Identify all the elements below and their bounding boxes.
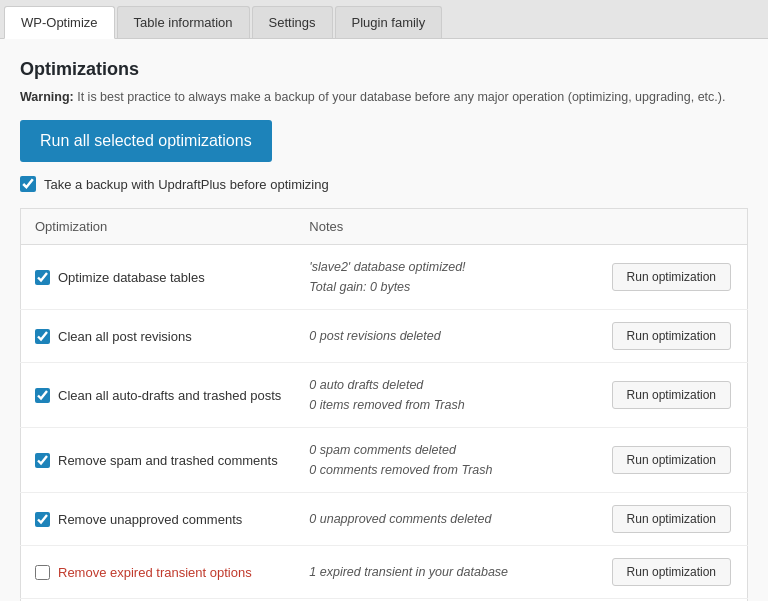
opt-name-cell-opt-2: Clean all post revisions (35, 329, 281, 344)
opt-notes-opt-5: 0 unapproved comments deleted (309, 509, 583, 529)
run-optimization-button-opt-5[interactable]: Run optimization (612, 505, 731, 533)
warning-body: It is best practice to always make a bac… (77, 90, 725, 104)
opt-label-opt-5: Remove unapproved comments (58, 512, 242, 527)
opt-label-opt-3: Clean all auto-drafts and trashed posts (58, 388, 281, 403)
opt-notes-opt-2: 0 post revisions deleted (309, 326, 583, 346)
table-row: Clean all auto-drafts and trashed posts0… (21, 363, 748, 428)
opt-name-cell-opt-1: Optimize database tables (35, 270, 281, 285)
opt-notes-opt-1: 'slave2' database optimized!Total gain: … (309, 257, 583, 297)
col-header-notes: Notes (295, 209, 597, 245)
backup-checkbox[interactable] (20, 176, 36, 192)
col-header-action (598, 209, 748, 245)
table-row: Remove expired transient options1 expire… (21, 546, 748, 599)
opt-name-cell-opt-5: Remove unapproved comments (35, 512, 281, 527)
opt-label-opt-1: Optimize database tables (58, 270, 205, 285)
opt-label-opt-4: Remove spam and trashed comments (58, 453, 278, 468)
backup-checkbox-row: Take a backup with UpdraftPlus before op… (20, 176, 748, 192)
table-header-row: Optimization Notes (21, 209, 748, 245)
warning-bold: Warning: (20, 90, 74, 104)
run-optimization-button-opt-3[interactable]: Run optimization (612, 381, 731, 409)
run-optimization-button-opt-6[interactable]: Run optimization (612, 558, 731, 586)
opt-checkbox-opt-1[interactable] (35, 270, 50, 285)
opt-checkbox-opt-4[interactable] (35, 453, 50, 468)
section-title: Optimizations (20, 59, 748, 80)
table-row: Clean all post revisions0 post revisions… (21, 310, 748, 363)
opt-label-opt-2: Clean all post revisions (58, 329, 192, 344)
opt-notes-opt-6: 1 expired transient in your database (309, 562, 583, 582)
tab-settings[interactable]: Settings (252, 6, 333, 38)
tab-wp-optimize[interactable]: WP-Optimize (4, 6, 115, 39)
opt-label-opt-6: Remove expired transient options (58, 565, 252, 580)
table-row: Remove spam and trashed comments0 spam c… (21, 428, 748, 493)
tab-bar: WP-OptimizeTable informationSettingsPlug… (0, 0, 768, 39)
run-optimization-button-opt-1[interactable]: Run optimization (612, 263, 731, 291)
tab-table-information[interactable]: Table information (117, 6, 250, 38)
opt-name-cell-opt-6: Remove expired transient options (35, 565, 281, 580)
col-header-optimization: Optimization (21, 209, 296, 245)
opt-checkbox-opt-2[interactable] (35, 329, 50, 344)
opt-checkbox-opt-6[interactable] (35, 565, 50, 580)
backup-checkbox-label: Take a backup with UpdraftPlus before op… (44, 177, 329, 192)
tab-plugin-family[interactable]: Plugin family (335, 6, 443, 38)
opt-notes-opt-3: 0 auto drafts deleted0 items removed fro… (309, 375, 583, 415)
opt-checkbox-opt-3[interactable] (35, 388, 50, 403)
run-optimization-button-opt-4[interactable]: Run optimization (612, 446, 731, 474)
opt-name-cell-opt-3: Clean all auto-drafts and trashed posts (35, 388, 281, 403)
optimizations-table: Optimization Notes Optimize database tab… (20, 208, 748, 601)
run-optimization-button-opt-2[interactable]: Run optimization (612, 322, 731, 350)
opt-checkbox-opt-5[interactable] (35, 512, 50, 527)
run-all-button[interactable]: Run all selected optimizations (20, 120, 272, 162)
table-row: Remove unapproved comments0 unapproved c… (21, 493, 748, 546)
main-content: Optimizations Warning: It is best practi… (0, 39, 768, 601)
opt-notes-opt-4: 0 spam comments deleted0 comments remove… (309, 440, 583, 480)
opt-name-cell-opt-4: Remove spam and trashed comments (35, 453, 281, 468)
table-row: Optimize database tables'slave2' databas… (21, 245, 748, 310)
warning-paragraph: Warning: It is best practice to always m… (20, 90, 748, 104)
